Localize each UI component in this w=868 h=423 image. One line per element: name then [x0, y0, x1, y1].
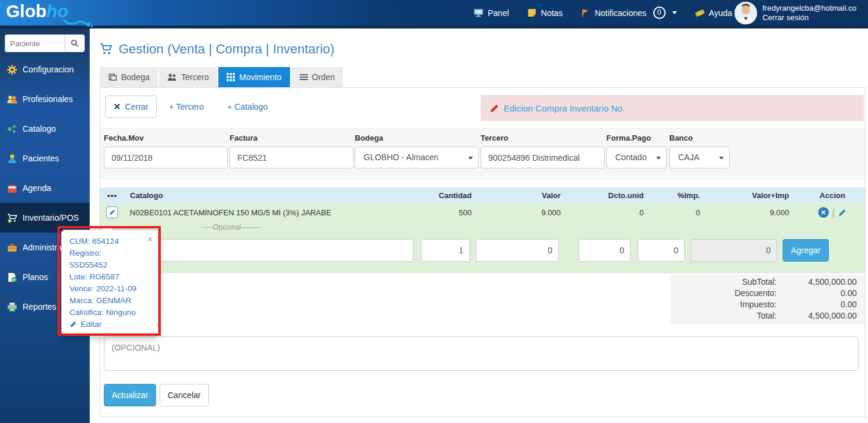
cancelar-button[interactable]: Cancelar — [160, 384, 209, 406]
table-row: N02BE0101 ACETAMINOFEN 150 MG/5 MI (3%) … — [100, 203, 865, 221]
sidebar-item-label: Profesionales — [23, 94, 73, 104]
tab-label: Tercero — [181, 72, 209, 82]
col-accion: Accion — [800, 191, 865, 200]
field-factura: Factura — [230, 133, 354, 168]
sidebar-item-pacientes[interactable]: Pacientes — [0, 144, 90, 173]
user-info: fredyrangelcba@hotmail.co Cerrar sesión — [762, 4, 868, 23]
user-menu[interactable]: fredyrangelcba@hotmail.co Cerrar sesión — [735, 2, 868, 24]
forma-pago-select[interactable]: Contado — [606, 147, 667, 168]
row-dcto-unid: 0 — [571, 208, 654, 217]
notification-badge: 0 — [653, 7, 666, 19]
banco-select[interactable]: CAJA — [669, 147, 730, 168]
actualizar-button[interactable]: Actualizar — [104, 384, 156, 406]
item-entry-area: N02BE0101 ACETAMINOFEN 150 MG/5 MI (3%) … — [100, 203, 865, 273]
valor-entry-input[interactable] — [476, 239, 559, 262]
remove-item-icon[interactable]: ✕ — [818, 207, 829, 218]
printer-icon — [7, 302, 17, 312]
add-tercero-link[interactable]: + Tercero — [169, 102, 204, 112]
cart-icon — [100, 43, 113, 55]
notificaciones-nav-item[interactable]: Notificaciones 0 — [580, 7, 676, 19]
subtotal-label: SubTotal: — [670, 276, 777, 288]
tab-bodega[interactable]: Bodega — [100, 67, 158, 87]
sidebar-item-profesionales[interactable]: Profesionales — [0, 84, 90, 114]
sidebar-item-agenda[interactable]: Agenda — [0, 173, 90, 203]
user-email: fredyrangelcba@hotmail.co — [762, 4, 868, 13]
cerrar-label: Cerrar — [125, 102, 149, 112]
professionals-icon — [7, 94, 17, 104]
tab-tercero[interactable]: Tercero — [159, 67, 217, 87]
topbar: Globho Panel Notas Notificaciones 0 Ayud… — [0, 0, 868, 28]
ayuda-label: Ayuda — [709, 8, 732, 18]
app-root: Globho Panel Notas Notificaciones 0 Ayud… — [0, 0, 868, 423]
col-imp: %Imp. — [654, 191, 711, 200]
col-dcto-unid: Dcto.unid — [571, 191, 654, 200]
close-icon: ✕ — [113, 101, 121, 112]
list-icon — [300, 74, 308, 81]
field-forma-pago: Forma.Pago Contado — [606, 133, 667, 168]
observacion-textarea[interactable] — [104, 336, 859, 371]
row-imp: 0 — [654, 208, 711, 217]
field-label: Bodega — [355, 133, 479, 142]
chevron-down-icon — [672, 11, 677, 14]
people-icon — [167, 73, 177, 81]
edit-item-icon[interactable] — [106, 206, 118, 218]
tercero-input[interactable] — [481, 147, 605, 168]
notas-label: Notas — [541, 8, 563, 18]
sidebar-item-label: Configuracion — [23, 65, 74, 74]
search-input[interactable] — [5, 34, 65, 52]
notas-nav-item[interactable]: Notas — [527, 8, 563, 18]
popover-close-icon[interactable]: × — [147, 235, 152, 243]
panel-nav-item[interactable]: Panel — [473, 8, 509, 18]
sidebar-item-configuracion[interactable]: Configuracion — [0, 55, 90, 84]
dcto-entry-input[interactable] — [578, 239, 631, 262]
gear-icon — [7, 65, 17, 75]
popover-lote: Lote: RG6587 — [69, 271, 151, 283]
field-banco: Banco CAJA — [669, 133, 730, 168]
descuento-row: Descuento: 0.00 — [670, 288, 857, 299]
tab-bar: Bodega Tercero Movimiento Orden — [100, 67, 343, 87]
factura-input[interactable] — [230, 147, 354, 168]
tab-orden[interactable]: Orden — [291, 67, 344, 87]
popover-vence: Vence: 2022-11-09 — [69, 283, 151, 295]
field-label: Banco — [669, 133, 730, 142]
descuento-value: 0.00 — [777, 288, 857, 299]
briefcase-icon — [7, 243, 17, 253]
cantidad-entry-input[interactable] — [421, 239, 470, 262]
page-title-text: Gestion (Venta | Compra | Inventario) — [119, 42, 335, 57]
cerrar-button[interactable]: ✕ Cerrar — [105, 96, 157, 118]
fecha-mov-input[interactable] — [104, 147, 228, 168]
sidebar-item-inventario-pos[interactable]: Inventario/POS — [0, 203, 90, 233]
sidebar-item-catalogo[interactable]: Catalogo — [0, 114, 90, 144]
subtotal-row: SubTotal: 4,500,000.00 — [670, 276, 857, 288]
globho-logo[interactable]: Globho — [6, 1, 68, 21]
tab-movimiento[interactable]: Movimiento — [218, 67, 290, 87]
edit-pencil-icon[interactable] — [838, 208, 847, 217]
banner-text: Edicion Compra Inventario No. — [504, 103, 625, 113]
topbar-nav: Panel Notas Notificaciones 0 Ayuda — [473, 0, 743, 26]
popover-cum: CUM: 654124 — [69, 236, 151, 247]
logo-swirl-icon — [63, 17, 94, 27]
search-icon — [71, 39, 79, 47]
logo-text-1: Glob — [6, 1, 46, 21]
popover-editar-link[interactable]: Editar — [69, 320, 151, 329]
movimiento-panel: ✕ Cerrar + Tercero + Catalogo Edicion Co… — [100, 87, 866, 417]
total-label: Total: — [670, 310, 777, 322]
tab-label: Movimiento — [239, 72, 282, 82]
warehouse-icon — [108, 73, 117, 81]
ticket-icon — [695, 8, 705, 18]
search-button[interactable] — [65, 34, 85, 52]
agregar-button[interactable]: Agregar — [783, 239, 829, 262]
notificaciones-label: Notificaciones — [594, 8, 646, 18]
popover-registro-value: 5SD55452 — [69, 259, 151, 271]
note-icon — [527, 8, 537, 18]
item-detail-popover: × CUM: 654124 Registro: 5SD55452 Lote: R… — [61, 230, 158, 335]
main-content: Gestion (Venta | Compra | Inventario) Bo… — [90, 28, 868, 423]
cart-plus-icon — [7, 213, 17, 223]
movement-form: Fecha.Mov Factura Bodega GLOBHO - Almace… — [100, 128, 865, 179]
add-catalogo-link[interactable]: + Catalogo — [227, 102, 268, 112]
imp-entry-input[interactable] — [638, 239, 685, 262]
bodega-select[interactable]: GLOBHO - Almacen — [355, 147, 479, 168]
logout-link[interactable]: Cerrar sesión — [762, 13, 868, 23]
document-check-icon — [7, 272, 17, 282]
monitor-icon — [473, 8, 484, 18]
